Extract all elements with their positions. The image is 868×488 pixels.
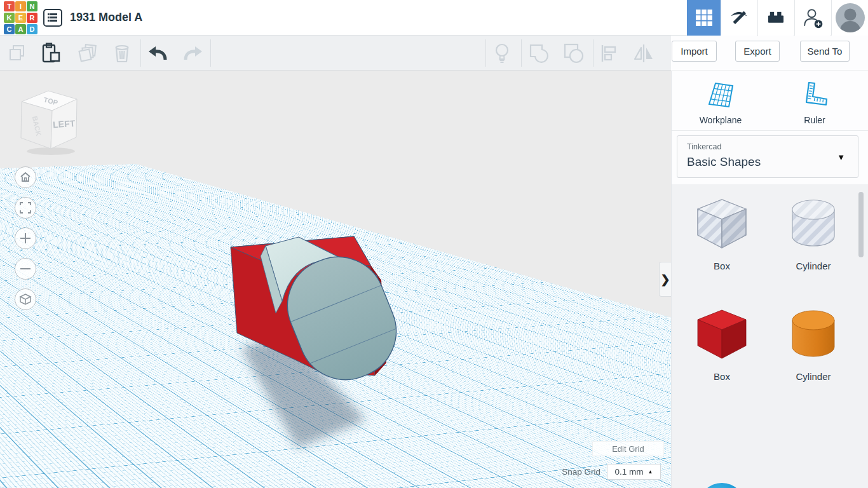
ruler-icon	[800, 80, 829, 108]
design-title[interactable]: 1931 Model A	[70, 11, 142, 24]
plus-icon	[20, 233, 31, 244]
ungroup-button[interactable]	[560, 41, 588, 66]
hole-cylinder-thumb	[783, 193, 844, 254]
lightbulb-icon	[494, 43, 510, 64]
shape-label: Box	[691, 261, 752, 271]
redo-icon	[182, 44, 203, 62]
mirror-icon	[633, 44, 654, 63]
collection-name: Basic Shapes	[687, 155, 761, 169]
shape-label: Cylinder	[783, 261, 844, 271]
dashboard-grid-button[interactable]	[687, 0, 721, 36]
workplane-icon	[706, 80, 735, 108]
shape-label: Cylinder	[783, 371, 844, 382]
logo-letter: I	[15, 1, 26, 11]
hole-box-thumb	[691, 193, 752, 254]
minus-icon	[20, 263, 31, 274]
copy-icon	[8, 44, 27, 63]
workplane-label: Workplane	[686, 115, 756, 125]
shape-sphere[interactable]: Sphere	[691, 478, 752, 488]
logo-letter: R	[27, 13, 37, 23]
import-export-bar: Import Export Send To	[671, 36, 868, 71]
fit-view-button[interactable]	[15, 197, 36, 219]
avatar-icon	[835, 3, 865, 33]
scribble-thumb	[783, 478, 844, 488]
red-box-thumb	[691, 304, 752, 365]
shapes-panel: Workplane Ruler Tinkercad Basic Shapes ▼	[671, 71, 868, 488]
align-button[interactable]	[595, 41, 623, 66]
logo-letter: T	[4, 1, 15, 11]
shape-box-hole[interactable]: Box	[691, 193, 752, 271]
trash-icon	[112, 43, 132, 64]
shape-cylinder-orange[interactable]: Cylinder	[783, 304, 844, 382]
duplicate-button[interactable]	[74, 41, 102, 66]
paste-icon	[41, 43, 61, 64]
logo-letter: A	[15, 24, 26, 34]
collapse-panel-handle[interactable]: ❯	[659, 262, 671, 297]
perspective-toggle-button[interactable]	[15, 288, 36, 310]
lego-brick-icon	[765, 7, 787, 29]
ruler-tool[interactable]: Ruler	[780, 80, 850, 125]
pickaxe-icon	[728, 7, 750, 29]
snap-grid-value: 0.1 mm	[615, 467, 644, 477]
shape-collection-dropdown[interactable]: Tinkercad Basic Shapes ▼	[677, 135, 858, 178]
fit-view-icon	[20, 202, 31, 214]
top-bar: T I N K E R C A D 1931 Model A	[0, 0, 868, 36]
send-to-button[interactable]: Send To	[800, 41, 850, 62]
zoom-in-button[interactable]	[15, 227, 36, 249]
home-icon	[20, 172, 31, 183]
view-cube[interactable]: TOP LEFT BACK	[15, 87, 81, 157]
logo-letter: K	[4, 13, 15, 23]
model-svg	[0, 71, 671, 488]
caret-up-icon: ▲	[648, 469, 653, 475]
workplane-tool[interactable]: Workplane	[686, 80, 756, 125]
group-button[interactable]	[525, 41, 553, 66]
copy-button[interactable]	[4, 41, 32, 66]
shape-scribble[interactable]: Scribble	[783, 478, 844, 488]
align-icon	[599, 44, 618, 63]
tinkercad-logo[interactable]: T I N K E R C A D	[4, 1, 37, 35]
panel-scrollbar[interactable]	[858, 192, 864, 257]
grid-icon	[695, 9, 713, 27]
mirror-button[interactable]	[630, 41, 658, 66]
shape-box-red[interactable]: Box	[691, 304, 752, 382]
delete-button[interactable]	[108, 41, 136, 66]
caret-down-icon: ▼	[837, 152, 845, 162]
brick-export-button[interactable]	[757, 0, 794, 36]
logo-letter: E	[15, 13, 26, 23]
redo-button[interactable]	[179, 41, 207, 66]
properties-list-icon[interactable]	[43, 9, 62, 27]
perspective-cube-icon	[19, 293, 32, 306]
viewport-3d[interactable]: TOP LEFT BACK ❯ Edit	[0, 71, 671, 488]
group-icon	[528, 43, 550, 64]
show-all-button[interactable]	[488, 41, 516, 66]
snap-grid-label: Snap Grid	[537, 467, 600, 477]
add-collaborator-button[interactable]	[794, 0, 831, 36]
logo-letter: D	[27, 24, 37, 34]
orange-cylinder-thumb	[783, 304, 844, 365]
collection-source: Tinkercad	[687, 142, 721, 151]
account-avatar[interactable]	[831, 0, 868, 36]
ruler-label: Ruler	[780, 115, 850, 125]
ungroup-icon	[562, 43, 585, 64]
sphere-thumb	[691, 478, 752, 488]
undo-button[interactable]	[144, 41, 172, 66]
person-plus-icon	[801, 6, 824, 29]
zoom-out-button[interactable]	[15, 258, 36, 280]
logo-letter: N	[27, 1, 37, 11]
viewcube-front-label[interactable]: LEFT	[53, 118, 76, 130]
snap-grid-select[interactable]: 0.1 mm ▲	[607, 464, 661, 480]
shape-library: Box Cylinder Box	[672, 184, 868, 488]
edit-toolbar	[0, 36, 671, 71]
duplicate-icon	[78, 43, 98, 64]
export-button[interactable]: Export	[735, 41, 780, 62]
paste-button[interactable]	[37, 41, 65, 66]
undo-icon	[147, 44, 169, 62]
shape-cylinder-hole[interactable]: Cylinder	[783, 193, 844, 271]
import-button[interactable]: Import	[672, 41, 717, 62]
logo-letter: C	[4, 24, 15, 34]
shape-label: Box	[691, 371, 752, 382]
minecraft-export-button[interactable]	[721, 0, 757, 36]
chevron-right-icon: ❯	[660, 273, 670, 287]
home-view-button[interactable]	[15, 166, 36, 188]
edit-grid-button[interactable]: Edit Grid	[592, 441, 664, 456]
